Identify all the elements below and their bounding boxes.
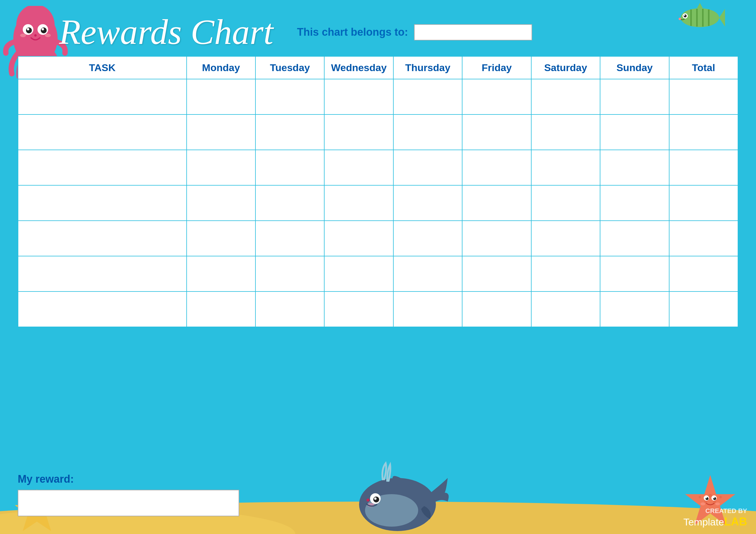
day-cell[interactable]: [187, 292, 256, 327]
day-cell[interactable]: [324, 150, 393, 185]
total-cell[interactable]: [669, 150, 738, 185]
bottom-area: My reward:: [18, 473, 239, 516]
day-cell[interactable]: [187, 256, 256, 292]
total-cell[interactable]: [669, 256, 738, 292]
header-tuesday: Tuesday: [256, 56, 324, 79]
my-reward-label: My reward:: [18, 473, 239, 485]
svg-point-37: [719, 496, 722, 498]
total-cell[interactable]: [669, 114, 738, 150]
day-cell[interactable]: [256, 256, 324, 292]
day-cell[interactable]: [393, 79, 462, 114]
day-cell[interactable]: [393, 150, 462, 185]
day-cell[interactable]: [531, 79, 600, 114]
day-cell[interactable]: [462, 114, 531, 150]
day-cell[interactable]: [256, 79, 324, 114]
table-row: [18, 79, 738, 114]
total-cell[interactable]: [669, 79, 738, 114]
svg-point-18: [26, 27, 32, 33]
day-cell[interactable]: [393, 221, 462, 256]
day-cell[interactable]: [393, 185, 462, 221]
day-cell[interactable]: [462, 292, 531, 327]
day-cell[interactable]: [531, 256, 600, 292]
day-cell[interactable]: [324, 292, 393, 327]
day-cell[interactable]: [187, 150, 256, 185]
day-cell[interactable]: [531, 114, 600, 150]
day-cell[interactable]: [187, 79, 256, 114]
my-reward-input[interactable]: [18, 490, 239, 516]
day-cell[interactable]: [324, 185, 393, 221]
whale-decoration: [359, 460, 454, 534]
day-cell[interactable]: [462, 150, 531, 185]
table-row: [18, 150, 738, 185]
svg-point-22: [20, 34, 26, 37]
task-cell[interactable]: [18, 292, 187, 327]
day-cell[interactable]: [256, 292, 324, 327]
task-cell[interactable]: [18, 221, 187, 256]
day-cell[interactable]: [600, 221, 669, 256]
day-cell[interactable]: [462, 185, 531, 221]
branding: CREATED BY TemplateLAB: [683, 507, 747, 528]
branding-template: Template: [683, 516, 724, 527]
header-monday: Monday: [187, 56, 256, 79]
day-cell[interactable]: [462, 221, 531, 256]
day-cell[interactable]: [187, 185, 256, 221]
table-row: [18, 185, 738, 221]
day-cell[interactable]: [256, 185, 324, 221]
belongs-to-label: This chart belongs to:: [297, 26, 408, 38]
svg-point-10: [684, 14, 687, 17]
table-row: [18, 114, 738, 150]
day-cell[interactable]: [531, 150, 600, 185]
svg-point-11: [684, 15, 685, 16]
task-cell[interactable]: [18, 79, 187, 114]
day-cell[interactable]: [531, 185, 600, 221]
svg-point-20: [27, 28, 29, 30]
day-cell[interactable]: [324, 256, 393, 292]
task-cell[interactable]: [18, 114, 187, 150]
day-cell[interactable]: [393, 114, 462, 150]
day-cell[interactable]: [600, 150, 669, 185]
day-cell[interactable]: [256, 150, 324, 185]
title-area: Rewards Chart This chart belongs to:: [59, 12, 532, 53]
table-row: [18, 292, 738, 327]
day-cell[interactable]: [324, 221, 393, 256]
header-sunday: Sunday: [600, 56, 669, 79]
table-header-row: TASK Monday Tuesday Wednesday Thursday F…: [18, 56, 738, 79]
day-cell[interactable]: [393, 256, 462, 292]
rewards-table: TASK Monday Tuesday Wednesday Thursday F…: [18, 56, 738, 327]
task-cell[interactable]: [18, 185, 187, 221]
header-thursday: Thursday: [393, 56, 462, 79]
day-cell[interactable]: [187, 114, 256, 150]
day-cell[interactable]: [187, 221, 256, 256]
svg-point-23: [45, 34, 51, 37]
svg-marker-12: [697, 3, 703, 8]
belongs-to-input[interactable]: [414, 24, 532, 40]
day-cell[interactable]: [256, 114, 324, 150]
task-cell[interactable]: [18, 256, 187, 292]
total-cell[interactable]: [669, 185, 738, 221]
total-cell[interactable]: [669, 221, 738, 256]
day-cell[interactable]: [256, 221, 324, 256]
svg-marker-8: [719, 9, 725, 27]
total-cell[interactable]: [669, 292, 738, 327]
svg-point-24: [34, 34, 37, 37]
day-cell[interactable]: [462, 79, 531, 114]
svg-point-42: [706, 497, 707, 498]
day-cell[interactable]: [600, 114, 669, 150]
branding-lab: LAB: [724, 516, 747, 528]
day-cell[interactable]: [600, 292, 669, 327]
svg-point-45: [715, 502, 720, 505]
svg-point-28: [373, 496, 379, 502]
day-cell[interactable]: [600, 79, 669, 114]
day-cell[interactable]: [600, 185, 669, 221]
day-cell[interactable]: [531, 221, 600, 256]
day-cell[interactable]: [462, 256, 531, 292]
day-cell[interactable]: [393, 292, 462, 327]
day-cell[interactable]: [324, 79, 393, 114]
belongs-to-area: This chart belongs to:: [297, 24, 532, 40]
task-cell[interactable]: [18, 150, 187, 185]
day-cell[interactable]: [324, 114, 393, 150]
day-cell[interactable]: [531, 292, 600, 327]
svg-point-33: [709, 494, 712, 497]
day-cell[interactable]: [600, 256, 669, 292]
table-row: [18, 221, 738, 256]
